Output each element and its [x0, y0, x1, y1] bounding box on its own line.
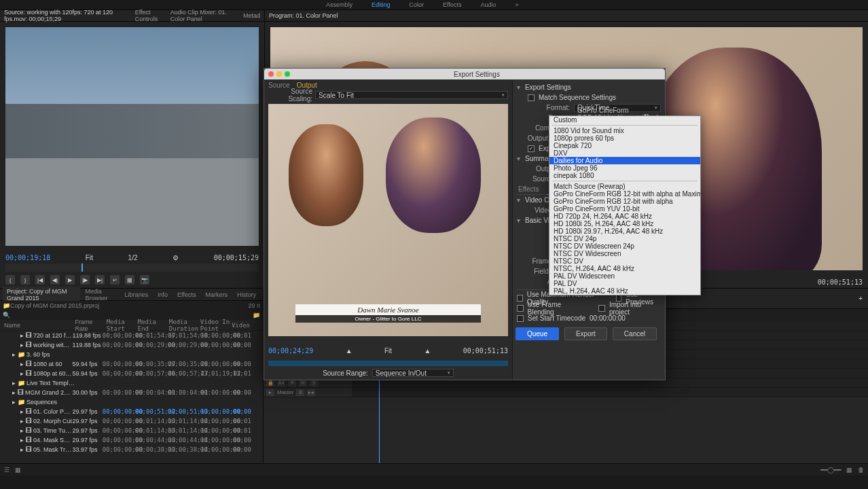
close-dot-icon[interactable] [268, 71, 274, 77]
export-button[interactable]: Export [564, 327, 607, 340]
preset-option[interactable]: HD 720p 24, H.264, AAC 48 kHz [549, 213, 700, 220]
audio-mixer-tab[interactable]: Audio Clip Mixer: 01. Color Panel [169, 9, 239, 23]
preset-option[interactable]: NTSC DV [549, 257, 700, 265]
preset-dropdown-list[interactable]: Custom1080 Vid for Sound mix1080p prores… [549, 115, 701, 295]
zoom-slider[interactable]: ━━◯━━ [820, 467, 841, 473]
play-icon[interactable]: ▶ [65, 275, 75, 285]
source-tc-in[interactable]: 00;00;19;18 [5, 254, 50, 261]
list-view-icon[interactable]: ☰ [4, 467, 10, 473]
project-row[interactable]: ▸ 🎞 03. Time Tuner29.97 fps00;00;00;0000… [0, 426, 263, 435]
export-preview[interactable]: Dawn Marie Svanoe Owner - Glitter to Gor… [268, 104, 508, 336]
goto-out-icon[interactable]: ▶| [95, 275, 105, 285]
mark-out-icon[interactable]: } [20, 275, 30, 285]
libraries-tab[interactable]: Libraries [121, 290, 153, 300]
match-sequence-checkbox[interactable] [528, 94, 535, 101]
preset-option[interactable]: Photo Jpeg 96 [549, 164, 700, 172]
frame-blending-checkbox[interactable] [517, 305, 524, 312]
project-row[interactable]: ▸ 🎞 1080 at 6059.94 fps00;00;00;0000;00;… [0, 359, 263, 369]
source-monitor[interactable] [5, 27, 259, 246]
preset-option[interactable]: DXV [549, 149, 700, 157]
preset-option[interactable]: GoPro CineForm YUV 10-bit [549, 205, 700, 213]
effects-tab[interactable]: Effects [173, 290, 200, 300]
preset-option[interactable]: NTSC DV 24p [549, 235, 700, 242]
disclosure-icon[interactable]: ▾ [517, 84, 522, 91]
project-row[interactable]: ▸ 🎞 02. Morph Cut29.97 fps00;00;00;0000;… [0, 416, 263, 426]
project-row[interactable]: ▸ 🎞 working with 120f119.88 fps00;00;00;… [0, 340, 263, 350]
metadata-tab[interactable]: Metad [242, 12, 261, 20]
disclosure-icon[interactable]: ▾ [517, 217, 522, 224]
preset-option[interactable]: GoPro CineForm RGB 12-bit with alpha at … [549, 190, 700, 198]
preset-option[interactable]: NTSC DV Widescreen [549, 250, 700, 257]
insert-icon[interactable]: ↵ [110, 275, 120, 285]
preset-option[interactable]: GoPro CineForm RGB 12-bit with alpha [549, 198, 700, 205]
search-icon[interactable]: 🔍 [3, 312, 10, 319]
export-tc-in[interactable]: 00;00;24;29 [268, 347, 313, 355]
preset-option[interactable]: PAL, H.264, AAC 48 kHz [549, 287, 700, 295]
source-settings-icon[interactable]: ⚙ [173, 254, 179, 261]
program-tab[interactable]: Program: 01. Color Panel [268, 12, 340, 20]
effects-tab[interactable]: Effects [517, 184, 540, 194]
project-row[interactable]: ▸ 📁 3. 60 fps [0, 350, 263, 359]
project-row[interactable]: ▸ 🎞 1080p at 60 m59.94 fps00;00;00;0000;… [0, 369, 263, 378]
cancel-button[interactable]: Cancel [613, 327, 657, 340]
set-out-icon[interactable]: ▲ [424, 347, 431, 355]
preset-option[interactable]: NTSC, H.264, AAC 48 kHz [549, 265, 700, 272]
preset-option[interactable]: Match Source (Rewrap) [549, 183, 700, 190]
preset-option[interactable]: HD 1080i 25, H.264, AAC 48 kHz [549, 220, 700, 228]
min-dot-icon[interactable] [276, 71, 282, 77]
set-in-icon[interactable]: ▲ [346, 347, 352, 355]
project-list[interactable]: ▸ 🎞 720 at 120 fps.m119.88 fps00;00;00;0… [0, 331, 263, 463]
import-project-checkbox[interactable] [598, 305, 605, 312]
step-fwd-icon[interactable]: |▶ [80, 275, 90, 285]
overwrite-icon[interactable]: ▦ [125, 275, 134, 285]
goto-in-icon[interactable]: |◀ [35, 275, 45, 285]
project-tab[interactable]: Project: Copy of MGM Grand 2015 [3, 287, 80, 303]
ws-tab-effects[interactable]: Effects [443, 1, 461, 8]
preset-option[interactable]: cinepak 1080 [549, 172, 700, 179]
preset-option[interactable]: PAL DV Widescreen [549, 272, 700, 280]
disclosure-icon[interactable]: ▾ [517, 196, 522, 204]
effect-controls-tab[interactable]: Effect Controls [134, 9, 166, 23]
export-video-checkbox[interactable] [528, 145, 535, 152]
project-row[interactable]: ▸ 📁 Live Text Templates [0, 378, 263, 388]
icon-view-icon[interactable]: ▦ [15, 467, 21, 473]
ws-overflow-icon[interactable]: » [515, 1, 518, 8]
ws-tab-assembly[interactable]: Assembly [326, 1, 352, 8]
preset-option[interactable]: HD 1080i 29.97, H.264, AAC 48 kHz [549, 228, 700, 235]
preset-option[interactable]: Custom [549, 116, 700, 124]
project-row[interactable]: ▸ 🎞 05. Mask Tracker33.97 fps00;00;00;00… [0, 445, 263, 454]
max-render-checkbox[interactable] [517, 295, 523, 302]
media-browser-tab[interactable]: Media Browser [82, 287, 120, 303]
queue-button[interactable]: Queue [516, 327, 559, 340]
max-dot-icon[interactable] [285, 71, 290, 77]
project-row[interactable]: ▸ 🎞 720 at 120 fps.m119.88 fps00;00;00;0… [0, 331, 263, 340]
trash-icon[interactable]: 🗑 [858, 467, 864, 473]
export-range-bar[interactable] [268, 361, 508, 366]
start-tc-value[interactable]: 00:00:00:00 [590, 314, 626, 322]
project-row[interactable]: ▸ 🎞 01. Color Panel29.97 fps00;00;00;000… [0, 407, 263, 416]
export-frame-icon[interactable]: 📷 [140, 275, 149, 285]
start-tc-checkbox[interactable] [517, 315, 524, 322]
preset-option[interactable]: Dailies for Audio [549, 157, 700, 164]
project-row[interactable]: ▸ 🎞 04. Mask Selections29.97 fps00;00;00… [0, 435, 263, 445]
export-fit-dropdown[interactable]: Fit [384, 347, 392, 355]
step-back-icon[interactable]: ◀| [50, 275, 60, 285]
preset-option[interactable]: 1080 Vid for Sound mix [549, 127, 700, 134]
project-row[interactable]: ▸ 🎞 MGM Grand 2015 Linked30.00 fps00:00:… [0, 388, 263, 397]
new-bin-icon[interactable]: 📁 [253, 312, 260, 319]
ws-tab-color[interactable]: Color [410, 1, 424, 8]
new-item-icon[interactable]: ▦ [846, 467, 852, 473]
ws-tab-editing[interactable]: Editing [372, 1, 391, 8]
project-row[interactable]: ▸ 📁 Sequences [0, 397, 263, 407]
preset-option[interactable]: 1080p prores 60 fps [549, 134, 700, 142]
add-marker-icon[interactable]: + [853, 295, 868, 302]
info-tab[interactable]: Info [153, 290, 172, 300]
source-scrubber[interactable] [5, 264, 259, 272]
mark-in-icon[interactable]: { [5, 275, 15, 285]
history-tab[interactable]: History [233, 290, 260, 300]
source-range-dropdown[interactable]: Sequence In/Out [372, 369, 454, 377]
source-tab[interactable]: Source: working with 120fps: 720 at 120 … [3, 9, 131, 23]
preset-option[interactable]: NTSC DV Widescreen 24p [549, 242, 700, 250]
preset-option[interactable]: PAL DV [549, 280, 700, 287]
source-fit-dropdown[interactable]: Fit [86, 254, 93, 261]
